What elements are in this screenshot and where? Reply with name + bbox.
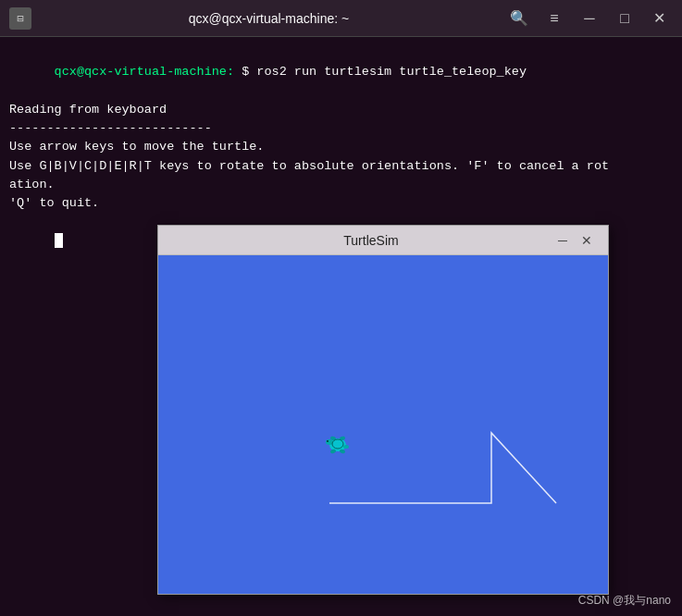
turtle-sprite <box>320 426 355 464</box>
turtlesim-titlebar: TurtleSim ─ ✕ <box>158 226 608 255</box>
menu-button[interactable]: ≡ <box>541 6 567 31</box>
terminal-window: ⊟ qcx@qcx-virtual-machine: ~ 🔍 ≡ ─ □ ✕ q… <box>0 0 682 616</box>
search-button[interactable]: 🔍 <box>506 6 532 31</box>
terminal-icon: ⊟ <box>9 7 31 30</box>
turtlesim-canvas <box>158 255 608 594</box>
svg-point-8 <box>327 440 329 442</box>
terminal-command-line: qcx@qcx-virtual-machine: $ ros2 run turt… <box>9 44 673 101</box>
turtle-trail <box>329 433 556 503</box>
turtlesim-controls[interactable]: ─ ✕ <box>552 230 597 251</box>
output-line-6: 'Q' to quit. <box>9 194 673 213</box>
turtlesim-minimize-button[interactable]: ─ <box>552 230 573 251</box>
prompt-user: qcx@qcx-virtual-machine: <box>55 65 234 79</box>
svg-point-2 <box>343 445 349 449</box>
output-line-3: Use arrow keys to move the turtle. <box>9 138 673 156</box>
terminal-titlebar: ⊟ qcx@qcx-virtual-machine: ~ 🔍 ≡ ─ □ ✕ <box>0 0 682 37</box>
titlebar-left: ⊟ <box>9 7 31 30</box>
output-line-2: --------------------------- <box>9 119 673 138</box>
close-button[interactable]: ✕ <box>647 6 673 31</box>
prompt-command: ros2 run turtlesim turtle_teleop_key <box>256 65 527 79</box>
output-line-5: ation. <box>9 176 673 194</box>
cursor <box>55 233 63 248</box>
output-line-1: Reading from keyboard <box>9 101 673 119</box>
minimize-button[interactable]: ─ <box>577 6 602 31</box>
turtlesim-close-button[interactable]: ✕ <box>577 230 597 251</box>
titlebar-right[interactable]: 🔍 ≡ ─ □ ✕ <box>506 6 673 31</box>
watermark: CSDN @我与nano <box>578 593 671 609</box>
output-line-4: Use G|B|V|C|D|E|R|T keys to rotate to ab… <box>9 157 673 176</box>
terminal-title: qcx@qcx-virtual-machine: ~ <box>189 11 349 26</box>
turtle-svg <box>320 426 355 462</box>
prompt-symbol: $ <box>234 65 256 79</box>
turtlesim-title: TurtleSim <box>190 233 552 248</box>
maximize-button[interactable]: □ <box>612 6 638 31</box>
trail-svg <box>158 255 608 594</box>
turtlesim-window[interactable]: TurtleSim ─ ✕ <box>157 225 609 595</box>
